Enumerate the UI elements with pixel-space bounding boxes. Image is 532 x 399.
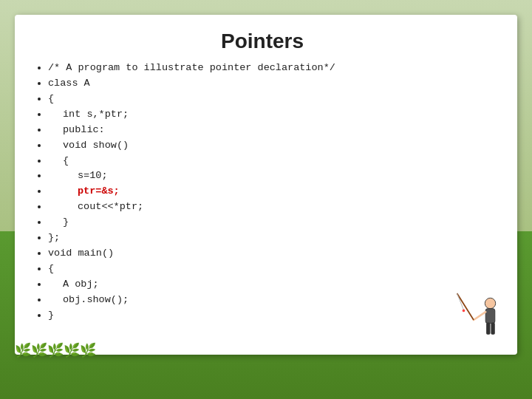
svg-rect-2 — [486, 323, 490, 335]
slide-title: Pointers — [30, 30, 495, 53]
code-line-14: { — [48, 262, 495, 277]
code-line-3: { — [48, 92, 495, 107]
slide-content: Pointers /* A program to illustrate poin… — [15, 15, 517, 355]
svg-rect-1 — [485, 309, 495, 324]
svg-line-5 — [457, 293, 474, 320]
svg-line-4 — [474, 312, 485, 320]
code-line-16: obj.show(); — [48, 293, 495, 308]
svg-point-0 — [485, 298, 495, 308]
code-list: /* A program to illustrate pointer decla… — [30, 61, 495, 324]
code-line-15: A obj; — [48, 277, 495, 293]
code-line-13: void main() — [48, 246, 495, 262]
person-figure — [451, 287, 510, 353]
svg-point-7 — [463, 310, 466, 313]
code-line-2: class A — [48, 76, 495, 92]
code-line-4: int s,*ptr; — [48, 107, 495, 123]
grass-decoration: 🌿🌿🌿🌿🌿 — [15, 342, 96, 358]
code-line-9: ptr=&s; — [48, 184, 495, 200]
code-line-7: { — [48, 154, 495, 169]
code-line-12: }; — [48, 231, 495, 246]
code-line-6: void show() — [48, 138, 495, 154]
code-line-11: } — [48, 215, 495, 231]
code-line-8: s=10; — [48, 168, 495, 184]
code-line-1: /* A program to illustrate pointer decla… — [48, 61, 495, 76]
code-line-10: cout<<*ptr; — [48, 200, 495, 215]
code-line-5: public: — [48, 123, 495, 138]
svg-rect-3 — [491, 323, 494, 335]
code-line-17: } — [48, 308, 495, 324]
